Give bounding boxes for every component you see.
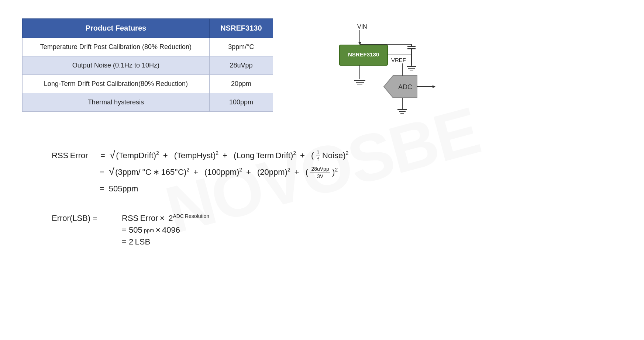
error-section: Error(LSB) = RSS Error × 2ADC Resolution…	[22, 213, 622, 247]
circuit-svg: VIN NSREF3130	[303, 22, 443, 125]
features-table: Product Features NSREF3130 Temperature D…	[22, 18, 273, 112]
table-row-feature-3: Thermal hysteresis	[23, 93, 210, 112]
svg-marker-26	[433, 85, 435, 88]
formula-line-3: = 505ppm	[52, 183, 622, 195]
rss-label: RSS Error	[52, 149, 96, 162]
ic-label: NSREF3130	[348, 51, 379, 58]
top-section: Product Features NSREF3130 Temperature D…	[22, 18, 622, 127]
vref-label: VREF	[391, 57, 406, 63]
error-line-3: = 2 LSB	[52, 237, 622, 247]
table-row-value-3: 100ppm	[209, 93, 273, 112]
adc-label: ADC	[398, 83, 412, 91]
formula-line-1: RSS Error = √ (TempDrift)2 + (TempHyst)2…	[52, 149, 622, 163]
table-row-feature-2: Long-Term Drift Post Calibration(80% Red…	[23, 75, 210, 93]
vin-label: VIN	[357, 24, 367, 30]
circuit-diagram: VIN NSREF3130	[303, 18, 622, 127]
table-row-feature-1: Output Noise (0.1Hz to 10Hz)	[23, 56, 210, 75]
col1-header: Product Features	[23, 19, 210, 38]
formula-line-2: = √ (3ppm/ °C ∗ 165°C)2 + (100ppm)2 + (2…	[52, 166, 622, 179]
table-row-feature-0: Temperature Drift Post Calibration (80% …	[23, 38, 210, 56]
table-row-value-2: 20ppm	[209, 75, 273, 93]
formula-section: RSS Error = √ (TempDrift)2 + (TempHyst)2…	[22, 149, 622, 195]
table-row-value-1: 28uVpp	[209, 56, 273, 75]
col2-header: NSREF3130	[209, 19, 273, 38]
table-row-value-0: 3ppm/°C	[209, 38, 273, 56]
error-line-2: = 505 ppm × 4096	[52, 225, 622, 235]
error-line-1: Error(LSB) = RSS Error × 2ADC Resolution	[52, 213, 622, 223]
